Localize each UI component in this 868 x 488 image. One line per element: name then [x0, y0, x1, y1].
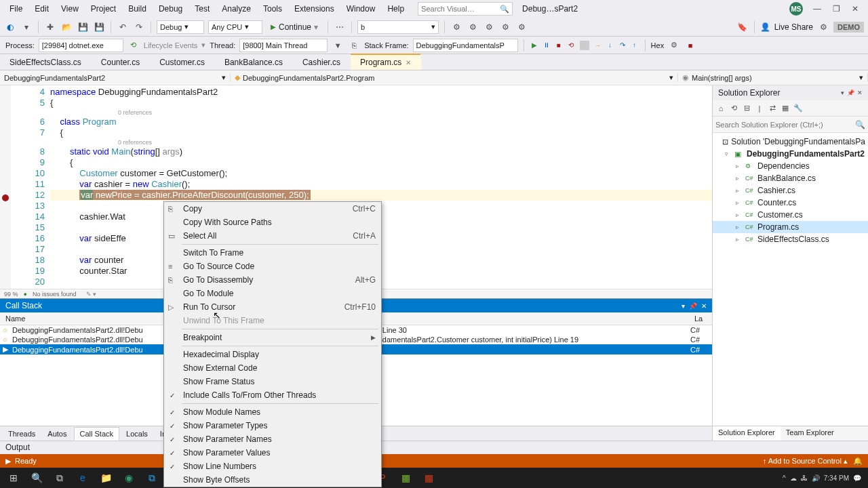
dropdown-icon[interactable]: ▾ [841, 89, 844, 96]
redo-icon[interactable]: ↷ [133, 21, 145, 33]
misc-icon[interactable]: ■ [684, 39, 696, 52]
ctx-go-to-source-code[interactable]: ≡Go To Source Code [164, 260, 381, 273]
start-button[interactable]: ⊞ [3, 469, 24, 487]
onedrive-icon[interactable]: ☁ [790, 474, 797, 482]
refresh-icon[interactable]: ⟲ [127, 39, 140, 52]
bottom-tab-call-stack[interactable]: Call Stack [74, 427, 120, 441]
minimize-button[interactable]: — [812, 4, 822, 14]
solexp-search-input[interactable] [715, 121, 855, 129]
search-input[interactable] [421, 5, 500, 13]
tool-icon[interactable]: ⚙ [467, 21, 479, 33]
step-over-icon[interactable]: ↷ [618, 41, 627, 50]
close-icon[interactable]: ✕ [701, 302, 707, 310]
breakpoint-icon[interactable] [2, 195, 9, 201]
tree-item-bankbalance-cs[interactable]: ▹C#BankBalance.cs [713, 172, 868, 184]
close-icon[interactable]: ✕ [857, 89, 863, 96]
tab-bankbalance-cs[interactable]: BankBalance.cs [215, 55, 293, 70]
home-icon[interactable]: ⌂ [715, 103, 726, 114]
hex-toggle[interactable]: Hex [651, 41, 665, 49]
notifications-icon[interactable]: 🔔 [853, 457, 863, 466]
bottom-tab-threads[interactable]: Threads [3, 428, 41, 440]
clock[interactable]: 7:34 PM [824, 474, 849, 482]
explorer-icon[interactable]: 📁 [95, 469, 117, 487]
tool-icon[interactable]: ⚙ [499, 21, 511, 33]
ctx-copy-with-source-paths[interactable]: Copy With Source Paths [164, 216, 381, 229]
platform-select[interactable]: Any CPU▾ [208, 20, 262, 34]
dropdown-icon[interactable]: ▾ [20, 21, 33, 33]
ctx-select-all[interactable]: ▭Select AllCtrl+A [164, 229, 381, 243]
quick-search[interactable]: 🔍 [418, 2, 513, 16]
tree-item-dependencies[interactable]: ▹⚙Dependencies [713, 160, 868, 172]
dropdown-icon[interactable]: ▾ [682, 302, 685, 310]
menu-analyze[interactable]: Analyze [216, 2, 256, 16]
tree-item-counter-cs[interactable]: ▹C#Counter.cs [713, 197, 868, 209]
ctx-show-frame-status[interactable]: Show Frame Status [164, 375, 381, 388]
bottom-tab-autos[interactable]: Autos [42, 428, 72, 440]
step-into-icon[interactable]: ↓ [606, 41, 615, 50]
thread-icon[interactable]: ⎘ [348, 39, 360, 52]
search-icon[interactable]: 🔍 [26, 469, 47, 487]
tab-solution-explorer[interactable]: Solution Explorer [713, 426, 781, 441]
find-box[interactable]: b▾ [357, 20, 439, 34]
liveshare-icon[interactable]: 👤 [760, 22, 770, 32]
tree-item-program-cs[interactable]: ▹C#Program.cs [713, 221, 868, 233]
pause-icon[interactable]: ⏸ [542, 41, 551, 50]
solution-tree[interactable]: ⊡Solution 'DebuggingFundamentalsPa▿▣Debu… [713, 133, 868, 426]
edge-icon[interactable]: e [72, 469, 94, 487]
ctx-show-line-numbers[interactable]: ✓Show Line Numbers [164, 460, 381, 473]
menu-edit[interactable]: Edit [29, 2, 54, 16]
user-avatar[interactable]: MS [789, 2, 803, 16]
ctx-hexadecimal-display[interactable]: Hexadecimal Display [164, 348, 381, 361]
liveshare-settings-icon[interactable]: ⚙ [817, 21, 829, 33]
step-icon[interactable]: → [593, 41, 603, 50]
properties-icon[interactable]: 🔧 [793, 103, 804, 114]
solexp-search[interactable]: 🔍 [713, 117, 868, 133]
tree-solution[interactable]: ⊡Solution 'DebuggingFundamentalsPa [713, 136, 868, 148]
nav-member[interactable]: ◉Main(string[] args)▾ [678, 73, 868, 82]
tool-icon[interactable]: ⚙ [515, 21, 528, 33]
restore-button[interactable]: ❐ [831, 4, 841, 14]
new-item-icon[interactable]: ✚ [44, 21, 56, 33]
tray-up-icon[interactable]: ^ [783, 474, 786, 482]
nav-project[interactable]: DebuggingFundamentalsPart2▾ [0, 73, 231, 82]
menu-file[interactable]: File [4, 2, 28, 16]
tree-item-sideeffectsclass-cs[interactable]: ▹C#SideEffectsClass.cs [713, 233, 868, 245]
app-icon[interactable]: ▦ [418, 469, 439, 487]
tree-item-customer-cs[interactable]: ▹C#Customer.cs [713, 209, 868, 221]
menu-project[interactable]: Project [85, 2, 121, 16]
tree-item-cashier-cs[interactable]: ▹C#Cashier.cs [713, 184, 868, 197]
pin-icon[interactable]: 📌 [847, 89, 854, 96]
ctx-show-module-names[interactable]: ✓Show Module Names [164, 405, 381, 419]
app-icon[interactable]: ◉ [118, 469, 140, 487]
breakpoint-margin[interactable] [0, 85, 11, 289]
tool-icon[interactable]: ⚙ [483, 21, 495, 33]
back-icon[interactable]: ◐ [4, 21, 16, 33]
ctx-show-external-code[interactable]: Show External Code [164, 361, 381, 375]
thread-select[interactable]: [9800] Main Thread [239, 39, 328, 52]
bottom-tab-locals[interactable]: Locals [121, 428, 153, 440]
tab-cashier-cs[interactable]: Cashier.cs [293, 55, 351, 70]
open-icon[interactable]: 📂 [60, 21, 73, 33]
show-all-icon[interactable]: ▦ [780, 103, 791, 114]
output-panel-title[interactable]: Output [0, 441, 868, 454]
stackframe-select[interactable]: DebuggingFundamentalsP [413, 39, 518, 52]
ctx-show-parameter-values[interactable]: ✓Show Parameter Values [164, 446, 381, 460]
network-icon[interactable]: 🖧 [801, 474, 808, 482]
close-icon[interactable]: ✕ [406, 59, 411, 66]
process-select[interactable]: [29984] dotnet.exe [39, 39, 123, 52]
lifecycle-label[interactable]: Lifecycle Events [144, 41, 197, 49]
tree-project[interactable]: ▿▣DebuggingFundamentalsPart2 [713, 148, 868, 160]
config-select[interactable]: Debug▾ [157, 20, 204, 34]
close-button[interactable]: ✕ [850, 4, 860, 14]
menu-test[interactable]: Test [189, 2, 215, 16]
step-out-icon[interactable]: ↑ [630, 41, 639, 50]
save-icon[interactable]: 💾 [77, 21, 89, 33]
tab-counter-cs[interactable]: Counter.cs [92, 55, 150, 70]
menu-build[interactable]: Build [123, 2, 152, 16]
undo-icon[interactable]: ↶ [117, 21, 129, 33]
menu-debug[interactable]: Debug [153, 2, 188, 16]
add-source-control[interactable]: ↑ Add to Source Control ▴ [763, 457, 848, 466]
ctx-show-parameter-types[interactable]: ✓Show Parameter Types [164, 419, 381, 432]
menu-tools[interactable]: Tools [258, 2, 288, 16]
ctx-copy[interactable]: ⎘CopyCtrl+C [164, 202, 381, 216]
